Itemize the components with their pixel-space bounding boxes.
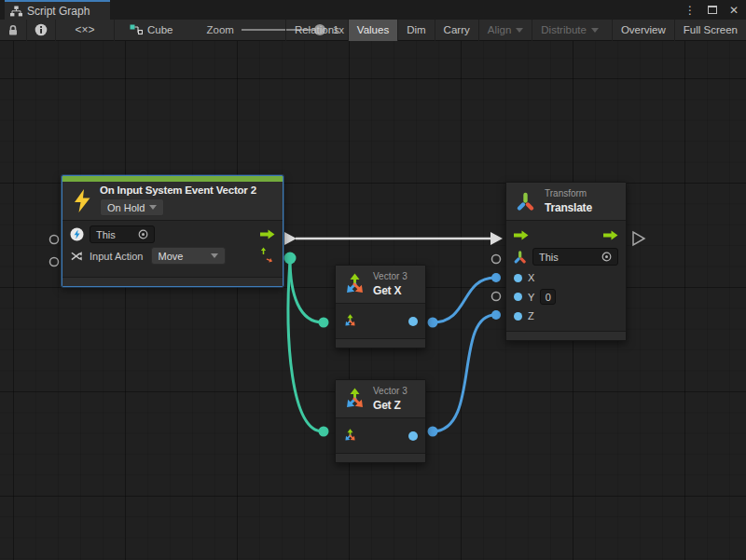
port-event-action[interactable] bbox=[50, 258, 59, 266]
close-icon[interactable]: ✕ bbox=[729, 5, 739, 16]
node-on-input-system-event[interactable]: On Input System Event Vector 2 On Hold T… bbox=[62, 175, 283, 287]
y-label: Y bbox=[528, 292, 534, 303]
port-event-this[interactable] bbox=[50, 236, 59, 244]
zoom-label: Zoom bbox=[207, 24, 234, 35]
event-mode-value: On Hold bbox=[107, 202, 145, 213]
flow-wire-end-arrow bbox=[490, 232, 503, 245]
port-vector2-output[interactable] bbox=[284, 253, 297, 265]
getz-output-dot[interactable] bbox=[408, 431, 418, 441]
fullscreen-button[interactable]: Full Screen bbox=[674, 20, 746, 41]
input-action-icon bbox=[70, 250, 84, 262]
translate-this-row: This bbox=[506, 245, 626, 268]
event-this-value: This bbox=[96, 229, 116, 240]
getz-category: Vector 3 bbox=[373, 386, 408, 396]
translate-this-field[interactable]: This bbox=[532, 248, 618, 266]
graph-breadcrumb[interactable]: Cube bbox=[122, 24, 181, 36]
info-button[interactable] bbox=[27, 20, 55, 41]
port-translate-this[interactable] bbox=[492, 255, 501, 264]
toolbar-separator bbox=[114, 20, 115, 41]
distribute-button[interactable]: Distribute bbox=[532, 20, 607, 41]
object-picker-icon[interactable] bbox=[601, 252, 612, 262]
lock-button[interactable] bbox=[0, 20, 26, 41]
input-action-value: Move bbox=[159, 251, 184, 262]
getx-port-row bbox=[336, 310, 425, 333]
overview-button[interactable]: Overview bbox=[612, 20, 674, 41]
flow-out-arrow-icon bbox=[603, 230, 618, 240]
wire-getx-to-x[interactable] bbox=[433, 278, 495, 322]
node-footer bbox=[336, 338, 425, 348]
transform-mini-icon bbox=[514, 251, 527, 264]
wire-vector2-to-getx[interactable] bbox=[290, 259, 323, 322]
chevron-down-icon bbox=[211, 253, 218, 258]
getz-title: Get Z bbox=[373, 399, 408, 412]
align-button[interactable]: Align bbox=[478, 20, 532, 41]
script-graph-window: Script Graph ⋮ ✕ <×> bbox=[0, 0, 746, 560]
code-preview-icon: <×> bbox=[75, 23, 94, 36]
port-getx-input[interactable] bbox=[319, 318, 329, 328]
port-translate-x[interactable] bbox=[491, 273, 501, 282]
port-translate-flow-out[interactable] bbox=[633, 232, 644, 245]
node-footer bbox=[62, 277, 283, 286]
getx-title: Get X bbox=[373, 284, 408, 297]
event-node-title: On Input System Event Vector 2 bbox=[100, 184, 256, 196]
translate-y-row: Y 0 bbox=[506, 287, 626, 307]
maximize-icon[interactable] bbox=[708, 6, 717, 14]
input-action-dropdown[interactable]: Move bbox=[151, 247, 226, 265]
graph-asset-icon bbox=[130, 24, 143, 36]
getx-output-dot[interactable] bbox=[408, 317, 418, 326]
info-icon bbox=[35, 23, 48, 36]
event-mode-dropdown[interactable]: On Hold bbox=[100, 198, 164, 216]
vector3-mini-icon bbox=[343, 314, 357, 328]
event-action-row: Input Action Move bbox=[62, 245, 283, 266]
lightning-bolt-icon bbox=[74, 189, 91, 212]
more-menu-icon[interactable]: ⋮ bbox=[684, 5, 696, 16]
y-port-dot[interactable] bbox=[514, 293, 522, 301]
x-port-dot[interactable] bbox=[514, 274, 522, 282]
node-vector3-get-x[interactable]: Vector 3 Get X bbox=[335, 265, 426, 348]
transform-icon bbox=[516, 192, 536, 212]
graph-toolbar: <×> Cube Zoom 1x Relations Values Dim Ca… bbox=[0, 20, 746, 41]
vector2-output-icon bbox=[259, 247, 275, 265]
flow-wire-start-arrow[interactable] bbox=[284, 232, 297, 245]
flow-in-arrow-icon bbox=[514, 230, 529, 240]
vector3-icon bbox=[343, 388, 366, 411]
wire-getz-to-z[interactable] bbox=[433, 315, 495, 431]
translate-z-row: Z bbox=[506, 307, 626, 325]
getz-port-row bbox=[336, 425, 425, 447]
translate-flow-row bbox=[506, 225, 626, 245]
toolbar-toggles: Relations Values Dim Carry Align Distrib… bbox=[285, 20, 746, 41]
self-icon bbox=[70, 227, 84, 241]
chevron-down-icon bbox=[591, 28, 599, 33]
translate-x-row: X bbox=[506, 268, 626, 287]
lock-icon bbox=[7, 24, 19, 36]
port-getz-input[interactable] bbox=[319, 427, 329, 437]
node-footer bbox=[336, 453, 425, 462]
window-controls: ⋮ ✕ bbox=[684, 0, 739, 20]
z-port-dot[interactable] bbox=[514, 312, 522, 321]
port-translate-y[interactable] bbox=[492, 293, 501, 301]
relations-button[interactable]: Relations bbox=[285, 20, 348, 41]
values-button[interactable]: Values bbox=[348, 20, 397, 41]
event-this-row: This bbox=[62, 224, 283, 245]
carry-button[interactable]: Carry bbox=[435, 20, 478, 41]
node-transform-translate[interactable]: Transform Translate This bbox=[505, 182, 627, 341]
tab-bar: Script Graph ⋮ ✕ bbox=[0, 0, 746, 20]
vector3-mini-icon bbox=[343, 429, 357, 443]
port-translate-z[interactable] bbox=[491, 310, 501, 320]
code-preview-button[interactable]: <×> bbox=[56, 20, 114, 41]
node-vector3-get-z[interactable]: Vector 3 Get Z bbox=[335, 379, 426, 463]
dim-button[interactable]: Dim bbox=[397, 20, 434, 41]
translate-title: Translate bbox=[545, 201, 592, 214]
tab-script-graph[interactable]: Script Graph bbox=[5, 0, 110, 20]
chevron-down-icon bbox=[149, 205, 157, 210]
y-value-field[interactable]: 0 bbox=[540, 289, 556, 305]
flow-arrow-icon bbox=[260, 229, 275, 239]
event-this-field[interactable]: This bbox=[90, 225, 155, 243]
distribute-label: Distribute bbox=[541, 24, 587, 35]
port-getz-output-wire[interactable] bbox=[428, 427, 438, 437]
graph-canvas[interactable]: On Input System Event Vector 2 On Hold T… bbox=[0, 41, 746, 560]
object-picker-icon[interactable] bbox=[138, 229, 148, 239]
port-getx-output-wire[interactable] bbox=[428, 318, 438, 328]
translate-category: Transform bbox=[545, 188, 592, 198]
translate-this-value: This bbox=[539, 252, 559, 263]
